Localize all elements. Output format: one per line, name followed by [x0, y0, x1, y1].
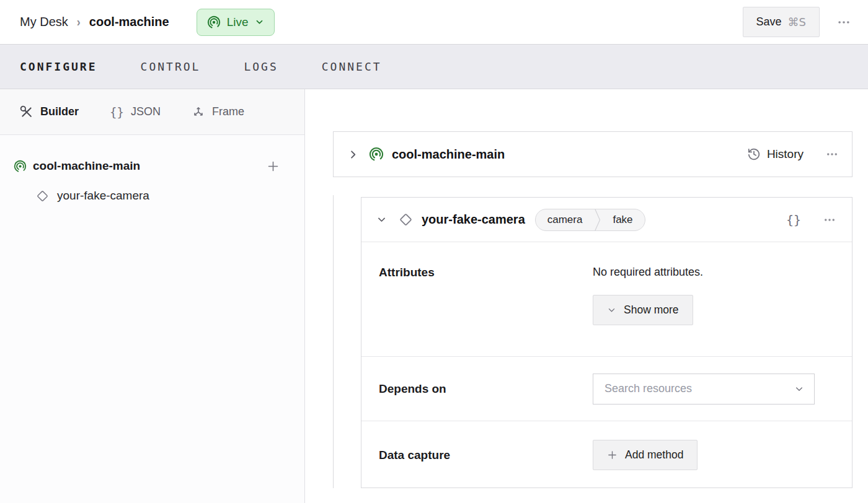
component-json-button[interactable]: {} — [786, 212, 801, 227]
history-button-label: History — [767, 147, 804, 161]
breadcrumb: My Desk › cool-machine — [20, 15, 169, 29]
tab-connect[interactable]: CONNECT — [322, 60, 382, 73]
ellipsis-icon — [823, 214, 836, 226]
depends-on-select[interactable] — [593, 374, 815, 405]
add-resource-button[interactable] — [267, 160, 280, 173]
live-status-label: Live — [227, 15, 249, 29]
broadcast-icon — [207, 15, 221, 29]
mode-tab-frame[interactable]: Frame — [192, 105, 244, 119]
ellipsis-icon — [826, 148, 838, 160]
config-sidebar: Builder {} JSON Frame — [0, 89, 305, 503]
plus-icon — [607, 450, 618, 460]
chevron-down-icon — [607, 305, 616, 315]
data-capture-section: Data capture Add method — [361, 421, 852, 489]
machine-card-expand-button[interactable] — [347, 149, 359, 160]
component-card-header: your-fake-camera camera fake {} — [361, 198, 852, 242]
tree-component-label: your-fake-camera — [57, 189, 149, 203]
braces-icon: {} — [110, 105, 124, 119]
sidebar-mode-tabs: Builder {} JSON Frame — [0, 89, 304, 135]
mode-tab-builder-label: Builder — [40, 105, 79, 118]
tools-icon — [20, 105, 33, 119]
data-capture-label: Data capture — [379, 448, 593, 462]
save-shortcut-hint: ⌘S — [788, 15, 806, 28]
search-resources-input[interactable] — [604, 382, 794, 395]
tree-machine-label: cool-machine-main — [33, 159, 140, 173]
configure-workspace: Builder {} JSON Frame — [0, 89, 868, 503]
component-card-collapse-button[interactable] — [376, 214, 387, 225]
breadcrumb-root[interactable]: My Desk — [20, 15, 68, 29]
component-type-label: camera — [536, 209, 595, 230]
component-card-title: your-fake-camera — [422, 212, 525, 227]
component-card-menu-button[interactable] — [823, 214, 836, 226]
mode-tab-frame-label: Frame — [212, 105, 244, 118]
machine-part-card: cool-machine-main History — [333, 131, 852, 177]
component-type-badge: camera fake — [535, 209, 645, 231]
broadcast-icon — [369, 147, 384, 162]
chevron-down-icon — [794, 384, 804, 394]
save-button[interactable]: Save ⌘S — [743, 7, 820, 37]
ellipsis-icon — [837, 15, 851, 29]
braces-icon: {} — [786, 212, 801, 227]
machine-card-menu-button[interactable] — [826, 148, 838, 160]
chevron-down-icon — [255, 17, 264, 27]
tree-connector-line — [333, 195, 334, 488]
show-more-button[interactable]: Show more — [593, 295, 693, 325]
component-model-label: fake — [601, 209, 644, 230]
diamond-icon — [399, 212, 413, 227]
data-capture-content: Add method — [593, 440, 835, 470]
attributes-content: No required attributes. Show more — [593, 266, 835, 356]
history-button[interactable]: History — [747, 147, 804, 161]
plus-icon — [267, 160, 280, 173]
tab-logs[interactable]: LOGS — [244, 60, 278, 73]
badge-divider-icon — [594, 209, 601, 230]
add-method-button[interactable]: Add method — [593, 440, 698, 470]
attributes-section: Attributes No required attributes. Show … — [361, 242, 852, 356]
depends-on-label: Depends on — [379, 382, 593, 396]
attributes-label: Attributes — [379, 266, 593, 356]
diamond-icon — [36, 190, 49, 203]
machine-nav-tabbar: CONFIGURE CONTROL LOGS CONNECT — [0, 45, 868, 89]
mode-tab-json[interactable]: {} JSON — [110, 105, 161, 119]
history-icon — [747, 147, 761, 161]
top-bar: My Desk › cool-machine Live Save ⌘S — [0, 0, 868, 45]
component-card: your-fake-camera camera fake {} Attribut — [361, 197, 852, 488]
mode-tab-json-label: JSON — [131, 105, 161, 118]
config-main-panel: cool-machine-main History — [305, 89, 868, 503]
breadcrumb-separator-icon: › — [77, 15, 81, 29]
machine-card-title: cool-machine-main — [392, 147, 505, 162]
topbar-overflow-menu-button[interactable] — [837, 15, 851, 29]
mode-tab-builder[interactable]: Builder — [20, 105, 79, 119]
tree-item-component[interactable]: your-fake-camera — [14, 181, 280, 211]
broadcast-icon — [14, 160, 27, 173]
axes-icon — [192, 105, 205, 119]
chevron-down-icon — [376, 214, 387, 225]
topbar-actions: Save ⌘S — [743, 7, 851, 37]
tree-item-machine-part[interactable]: cool-machine-main — [14, 151, 280, 181]
breadcrumb-current-machine: cool-machine — [89, 15, 169, 29]
live-status-dropdown[interactable]: Live — [197, 9, 275, 36]
show-more-label: Show more — [624, 304, 679, 317]
depends-on-section: Depends on — [361, 356, 852, 421]
depends-on-content — [593, 374, 835, 405]
chevron-right-icon — [347, 149, 359, 160]
resource-tree: cool-machine-main your-fake-camera — [0, 135, 304, 211]
attributes-empty-text: No required attributes. — [593, 266, 835, 279]
save-button-label: Save — [756, 15, 782, 28]
tab-configure[interactable]: CONFIGURE — [20, 60, 97, 73]
tab-control[interactable]: CONTROL — [141, 60, 201, 73]
add-method-label: Add method — [625, 448, 683, 461]
